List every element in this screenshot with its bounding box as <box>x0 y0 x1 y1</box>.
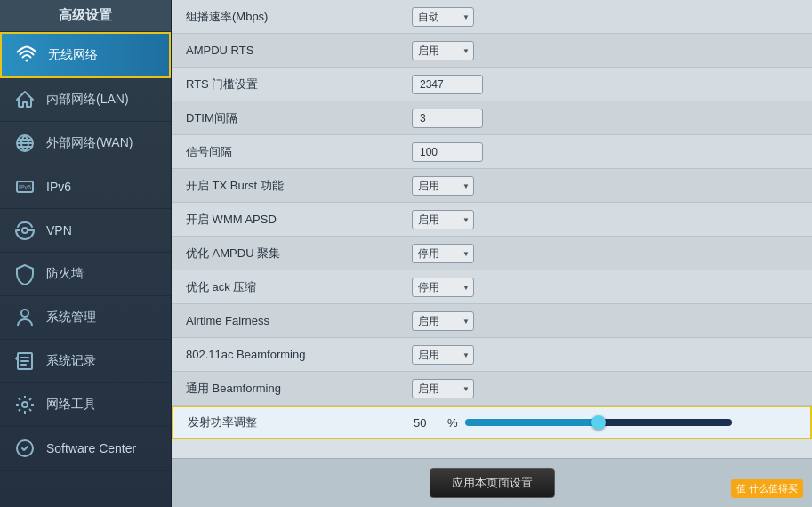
row-beamforming-11ac: 802.11ac Beamforming 启用 <box>172 338 812 372</box>
sidebar: 高级设置 无线网络 内部网络(LAN) <box>0 0 172 507</box>
label-rts-threshold: RTS 门槛设置 <box>172 71 403 98</box>
select-wmm-apsd[interactable]: 启用 <box>412 210 474 229</box>
sidebar-item-wireless[interactable]: 无线网络 <box>0 32 171 78</box>
slider-track-tx-power <box>465 419 732 426</box>
globe-icon <box>12 131 37 156</box>
input-signal-interval[interactable] <box>412 142 483 162</box>
label-tx-burst: 开启 TX Burst 功能 <box>172 173 403 199</box>
control-multicast-rate: 自动 <box>403 4 812 30</box>
sidebar-label-wireless: 无线网络 <box>48 47 98 63</box>
sidebar-item-softcenter[interactable]: Software Center <box>0 427 171 471</box>
select-airtime-fairness[interactable]: 启用 <box>412 311 474 331</box>
log-icon <box>12 349 37 374</box>
software-icon <box>12 436 37 461</box>
control-ack-compress: 停用 <box>403 274 812 301</box>
select-ack-compress[interactable]: 停用 <box>412 278 474 297</box>
sidebar-item-sysadmin[interactable]: 系统管理 <box>0 296 171 340</box>
select-tx-burst[interactable]: 启用 <box>412 176 474 196</box>
row-tx-power: 发射功率调整 50 % <box>172 406 812 439</box>
label-beamforming-11ac: 802.11ac Beamforming <box>172 342 403 366</box>
wifi-icon <box>14 43 39 68</box>
label-ampdu-rts: AMPDU RTS <box>172 38 403 62</box>
select-ampdu-aggregate[interactable]: 停用 <box>412 244 474 263</box>
sidebar-label-softcenter: Software Center <box>46 441 136 455</box>
control-dtim <box>403 105 812 132</box>
watermark: 值 什么值得买 <box>731 479 803 498</box>
select-beamforming-11ac[interactable]: 启用 <box>412 345 474 365</box>
svg-text:IPv6: IPv6 <box>19 184 31 190</box>
sidebar-label-sysadmin: 系统管理 <box>46 310 96 326</box>
control-beamforming-general: 启用 <box>403 375 812 402</box>
sidebar-item-syslog[interactable]: 系统记录 <box>0 340 171 383</box>
sidebar-label-lan: 内部网络(LAN) <box>46 92 129 108</box>
control-tx-power: 50 % <box>405 413 810 433</box>
row-wmm-apsd: 开启 WMM APSD 启用 <box>172 203 812 237</box>
row-airtime-fairness: Airtime Fairness 启用 <box>172 304 812 338</box>
select-wrapper-airtime-fairness: 启用 <box>412 311 474 331</box>
label-airtime-fairness: Airtime Fairness <box>172 309 403 333</box>
shield-icon <box>12 262 37 286</box>
select-wrapper-ampdu-rts: 启用 <box>412 41 474 60</box>
sidebar-label-nettools: 网络工具 <box>46 397 96 413</box>
settings-table: 组播速率(Mbps) 自动 AMPDU RTS 启用 <box>172 0 812 458</box>
svg-point-7 <box>22 402 28 407</box>
sidebar-label-wan: 外部网络(WAN) <box>46 135 133 151</box>
label-signal-interval: 信号间隔 <box>172 139 403 165</box>
control-airtime-fairness: 启用 <box>403 308 812 334</box>
control-ampdu-aggregate: 停用 <box>403 240 812 267</box>
sidebar-item-vpn[interactable]: VPN <box>0 209 171 253</box>
label-tx-power: 发射功率调整 <box>173 409 405 436</box>
input-dtim[interactable] <box>412 109 483 128</box>
label-wmm-apsd: 开启 WMM APSD <box>172 206 403 233</box>
sidebar-item-wan[interactable]: 外部网络(WAN) <box>0 122 171 165</box>
person-icon <box>12 305 37 330</box>
select-wrapper-ampdu-aggregate: 停用 <box>412 244 474 263</box>
row-signal-interval: 信号间隔 <box>172 135 812 169</box>
sidebar-label-firewall: 防火墙 <box>46 266 84 282</box>
row-ampdu-aggregate: 优化 AMPDU 聚集 停用 <box>172 237 812 270</box>
slider-container-tx-power: 50 % <box>414 416 801 430</box>
control-tx-burst: 启用 <box>403 173 812 199</box>
label-ack-compress: 优化 ack 压缩 <box>172 274 403 301</box>
power-value: 50 <box>414 416 440 430</box>
select-wrapper-wmm-apsd: 启用 <box>412 210 474 229</box>
control-beamforming-11ac: 启用 <box>403 342 812 368</box>
label-ampdu-aggregate: 优化 AMPDU 聚集 <box>172 240 403 267</box>
svg-point-5 <box>21 310 28 317</box>
select-ampdu-rts[interactable]: 启用 <box>412 41 474 60</box>
control-rts-threshold <box>403 71 812 98</box>
vpn-icon <box>12 218 37 243</box>
sidebar-header: 高级设置 <box>0 0 171 32</box>
select-beamforming-general[interactable]: 启用 <box>412 379 474 398</box>
sidebar-label-syslog: 系统记录 <box>46 353 96 369</box>
control-wmm-apsd: 启用 <box>403 206 812 233</box>
footer: 应用本页面设置 <box>172 458 812 507</box>
main-content: 组播速率(Mbps) 自动 AMPDU RTS 启用 <box>172 0 812 507</box>
label-beamforming-general: 通用 Beamforming <box>172 375 403 402</box>
label-dtim: DTIM间隔 <box>172 105 403 132</box>
apply-button[interactable]: 应用本页面设置 <box>430 468 555 498</box>
select-wrapper-beamforming-11ac: 启用 <box>412 345 474 365</box>
row-dtim: DTIM间隔 <box>172 101 812 135</box>
select-wrapper-multicast-rate: 自动 <box>412 7 474 27</box>
select-wrapper-ack-compress: 停用 <box>412 278 474 297</box>
select-wrapper-tx-burst: 启用 <box>412 176 474 196</box>
row-ampdu-rts: AMPDU RTS 启用 <box>172 34 812 68</box>
control-signal-interval <box>403 139 812 165</box>
row-ack-compress: 优化 ack 压缩 停用 <box>172 270 812 304</box>
sidebar-item-nettools[interactable]: 网络工具 <box>0 383 171 427</box>
select-multicast-rate[interactable]: 自动 <box>412 7 474 27</box>
select-wrapper-beamforming-general: 启用 <box>412 379 474 398</box>
sidebar-item-ipv6[interactable]: IPv6 IPv6 <box>0 165 171 209</box>
input-rts-threshold[interactable] <box>412 75 483 94</box>
label-multicast-rate: 组播速率(Mbps) <box>172 4 403 30</box>
sidebar-item-lan[interactable]: 内部网络(LAN) <box>0 78 171 122</box>
sidebar-label-vpn: VPN <box>46 223 72 237</box>
row-multicast-rate: 组播速率(Mbps) 自动 <box>172 0 812 34</box>
ipv6-icon: IPv6 <box>12 174 37 199</box>
sidebar-item-firewall[interactable]: 防火墙 <box>0 253 171 296</box>
row-beamforming-general: 通用 Beamforming 启用 <box>172 372 812 406</box>
control-ampdu-rts: 启用 <box>403 37 812 64</box>
home-icon <box>12 87 37 112</box>
sidebar-label-ipv6: IPv6 <box>46 180 71 194</box>
